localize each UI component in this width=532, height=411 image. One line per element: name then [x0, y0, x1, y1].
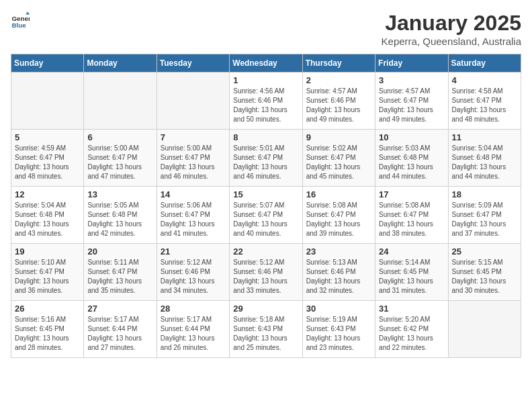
cell-info: Sunrise: 5:12 AMSunset: 6:46 PMDaylight:…	[161, 258, 226, 295]
table-row	[11, 73, 84, 130]
day-number: 1	[233, 75, 298, 85]
cell-info: Sunrise: 5:17 AMSunset: 6:44 PMDaylight:…	[161, 315, 226, 353]
cell-info: Sunrise: 5:17 AMSunset: 6:44 PMDaylight:…	[87, 315, 152, 353]
cell-info: Sunrise: 5:13 AMSunset: 6:46 PMDaylight:…	[306, 258, 371, 295]
cell-info: Sunrise: 4:58 AMSunset: 6:47 PMDaylight:…	[452, 87, 517, 124]
table-row	[448, 301, 521, 358]
table-row: 14Sunrise: 5:06 AMSunset: 6:47 PMDayligh…	[157, 187, 229, 244]
cell-info: Sunrise: 5:01 AMSunset: 6:47 PMDaylight:…	[233, 144, 298, 181]
cell-info: Sunrise: 5:14 AMSunset: 6:45 PMDaylight:…	[379, 258, 444, 295]
day-number: 17	[379, 189, 444, 199]
table-row: 8Sunrise: 5:01 AMSunset: 6:47 PMDaylight…	[230, 130, 302, 187]
table-row: 22Sunrise: 5:12 AMSunset: 6:46 PMDayligh…	[230, 244, 302, 301]
day-number: 31	[379, 304, 444, 314]
table-row: 10Sunrise: 5:03 AMSunset: 6:48 PMDayligh…	[375, 130, 448, 187]
day-number: 3	[379, 75, 444, 85]
day-number: 16	[306, 189, 371, 199]
svg-marker-2	[26, 11, 30, 14]
cell-info: Sunrise: 5:18 AMSunset: 6:43 PMDaylight:…	[233, 315, 298, 353]
day-number: 2	[306, 75, 371, 85]
table-row: 7Sunrise: 5:00 AMSunset: 6:47 PMDaylight…	[157, 130, 229, 187]
calendar-subtitle: Keperra, Queensland, Australia	[382, 36, 521, 47]
day-number: 24	[379, 246, 444, 257]
day-number: 29	[233, 304, 298, 314]
table-row: 17Sunrise: 5:08 AMSunset: 6:47 PMDayligh…	[375, 187, 448, 244]
table-row: 23Sunrise: 5:13 AMSunset: 6:46 PMDayligh…	[302, 244, 375, 301]
cell-info: Sunrise: 5:19 AMSunset: 6:43 PMDaylight:…	[306, 315, 371, 353]
day-number: 10	[379, 132, 444, 142]
table-row: 4Sunrise: 4:58 AMSunset: 6:47 PMDaylight…	[448, 73, 521, 130]
calendar-week-row: 1Sunrise: 4:56 AMSunset: 6:46 PMDaylight…	[11, 73, 521, 130]
day-number: 30	[306, 304, 371, 314]
svg-text:Blue: Blue	[11, 21, 26, 29]
table-row: 24Sunrise: 5:14 AMSunset: 6:45 PMDayligh…	[375, 244, 448, 301]
table-row: 27Sunrise: 5:17 AMSunset: 6:44 PMDayligh…	[84, 301, 157, 358]
cell-info: Sunrise: 5:05 AMSunset: 6:48 PMDaylight:…	[87, 201, 152, 238]
calendar-title: January 2025	[382, 11, 521, 36]
table-row: 15Sunrise: 5:07 AMSunset: 6:47 PMDayligh…	[230, 187, 302, 244]
calendar-week-row: 12Sunrise: 5:04 AMSunset: 6:48 PMDayligh…	[11, 187, 521, 244]
table-row	[157, 73, 229, 130]
col-saturday: Saturday	[448, 54, 521, 73]
table-row: 12Sunrise: 5:04 AMSunset: 6:48 PMDayligh…	[11, 187, 84, 244]
table-row: 11Sunrise: 5:04 AMSunset: 6:48 PMDayligh…	[448, 130, 521, 187]
calendar-week-row: 5Sunrise: 4:59 AMSunset: 6:47 PMDaylight…	[11, 130, 521, 187]
col-tuesday: Tuesday	[157, 54, 229, 73]
table-row: 28Sunrise: 5:17 AMSunset: 6:44 PMDayligh…	[157, 301, 229, 358]
cell-info: Sunrise: 5:20 AMSunset: 6:42 PMDaylight:…	[379, 315, 444, 353]
day-number: 20	[87, 246, 152, 257]
table-row: 5Sunrise: 4:59 AMSunset: 6:47 PMDaylight…	[11, 130, 84, 187]
table-row: 21Sunrise: 5:12 AMSunset: 6:46 PMDayligh…	[157, 244, 229, 301]
table-row: 1Sunrise: 4:56 AMSunset: 6:46 PMDaylight…	[230, 73, 302, 130]
day-number: 5	[15, 132, 80, 142]
table-row: 6Sunrise: 5:00 AMSunset: 6:47 PMDaylight…	[84, 130, 157, 187]
table-row: 20Sunrise: 5:11 AMSunset: 6:47 PMDayligh…	[84, 244, 157, 301]
table-row: 30Sunrise: 5:19 AMSunset: 6:43 PMDayligh…	[302, 301, 375, 358]
cell-info: Sunrise: 5:03 AMSunset: 6:48 PMDaylight:…	[379, 144, 444, 181]
day-number: 18	[452, 189, 517, 199]
header: General Blue January 2025 Keperra, Queen…	[11, 11, 521, 47]
col-wednesday: Wednesday	[230, 54, 302, 73]
col-sunday: Sunday	[11, 54, 84, 73]
day-number: 19	[15, 246, 80, 257]
cell-info: Sunrise: 5:08 AMSunset: 6:47 PMDaylight:…	[306, 201, 371, 238]
col-monday: Monday	[84, 54, 157, 73]
table-row: 13Sunrise: 5:05 AMSunset: 6:48 PMDayligh…	[84, 187, 157, 244]
table-row: 29Sunrise: 5:18 AMSunset: 6:43 PMDayligh…	[230, 301, 302, 358]
day-number: 11	[452, 132, 517, 142]
table-row: 25Sunrise: 5:15 AMSunset: 6:45 PMDayligh…	[448, 244, 521, 301]
col-friday: Friday	[375, 54, 448, 73]
table-row: 9Sunrise: 5:02 AMSunset: 6:47 PMDaylight…	[302, 130, 375, 187]
table-row: 19Sunrise: 5:10 AMSunset: 6:47 PMDayligh…	[11, 244, 84, 301]
day-number: 21	[161, 246, 226, 257]
day-number: 4	[452, 75, 517, 85]
cell-info: Sunrise: 5:15 AMSunset: 6:45 PMDaylight:…	[452, 258, 517, 295]
cell-info: Sunrise: 5:07 AMSunset: 6:47 PMDaylight:…	[233, 201, 298, 238]
cell-info: Sunrise: 5:16 AMSunset: 6:45 PMDaylight:…	[15, 315, 80, 353]
cell-info: Sunrise: 5:09 AMSunset: 6:47 PMDaylight:…	[452, 201, 517, 238]
day-number: 28	[161, 304, 226, 314]
calendar-week-row: 26Sunrise: 5:16 AMSunset: 6:45 PMDayligh…	[11, 301, 521, 358]
table-row: 3Sunrise: 4:57 AMSunset: 6:47 PMDaylight…	[375, 73, 448, 130]
cell-info: Sunrise: 4:57 AMSunset: 6:47 PMDaylight:…	[379, 87, 444, 124]
day-number: 27	[87, 304, 152, 314]
table-row: 2Sunrise: 4:57 AMSunset: 6:46 PMDaylight…	[302, 73, 375, 130]
title-area: January 2025 Keperra, Queensland, Austra…	[382, 11, 521, 47]
col-thursday: Thursday	[302, 54, 375, 73]
cell-info: Sunrise: 5:04 AMSunset: 6:48 PMDaylight:…	[452, 144, 517, 181]
calendar-table: Sunday Monday Tuesday Wednesday Thursday…	[11, 54, 521, 358]
cell-info: Sunrise: 5:12 AMSunset: 6:46 PMDaylight:…	[233, 258, 298, 295]
day-number: 9	[306, 132, 371, 142]
day-number: 22	[233, 246, 298, 257]
day-number: 8	[233, 132, 298, 142]
cell-info: Sunrise: 5:00 AMSunset: 6:47 PMDaylight:…	[161, 144, 226, 181]
cell-info: Sunrise: 5:02 AMSunset: 6:47 PMDaylight:…	[306, 144, 371, 181]
cell-info: Sunrise: 5:06 AMSunset: 6:47 PMDaylight:…	[161, 201, 226, 238]
logo-icon: General Blue	[11, 11, 30, 30]
table-row	[84, 73, 157, 130]
cell-info: Sunrise: 4:57 AMSunset: 6:46 PMDaylight:…	[306, 87, 371, 124]
logo: General Blue	[11, 11, 30, 30]
cell-info: Sunrise: 4:56 AMSunset: 6:46 PMDaylight:…	[233, 87, 298, 124]
table-row: 16Sunrise: 5:08 AMSunset: 6:47 PMDayligh…	[302, 187, 375, 244]
table-row: 31Sunrise: 5:20 AMSunset: 6:42 PMDayligh…	[375, 301, 448, 358]
